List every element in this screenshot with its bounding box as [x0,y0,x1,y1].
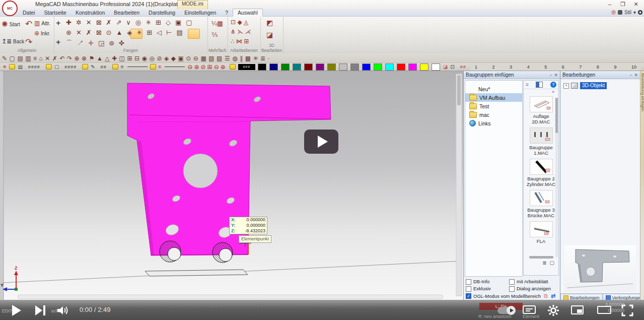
color-swatch[interactable] [327,63,336,71]
autoplay-toggle[interactable] [497,307,515,314]
tree-item-mac[interactable]: mac [465,110,522,119]
snap-icon-row-1[interactable]: ✚✲✕⊠✗⇗∨◎✳⊞◇▣▢ [66,19,197,26]
color-swatch[interactable] [281,63,290,71]
redo-button[interactable]: ↷ [25,37,32,47]
menu-datei[interactable]: Datei [18,9,40,17]
close-icon[interactable]: ✕ [634,73,638,78]
chevron-down-icon[interactable]: ▾ [633,10,636,15]
checkbox-mit-arbeitsblatt[interactable]: mit Arbeitsblatt [509,279,548,285]
color-swatch[interactable] [362,63,371,71]
refresh-icon[interactable] [611,10,616,15]
stil-dropdown[interactable]: Stil [624,10,631,15]
thumb-scrollbar[interactable] [555,98,558,257]
linewidth-sample[interactable] [165,67,185,67]
workplane-row-1[interactable]: ⊡ ◆ ◬ [231,19,248,26]
snap-plus-icon[interactable]: + [56,19,60,28]
list-item[interactable]: Baugruppe 2 Zylinder.MAC [527,159,556,187]
color-swatch[interactable] [374,63,382,71]
layer-lock-icon[interactable] [9,64,15,70]
settings-gear-button[interactable] [548,305,559,318]
star-icon[interactable]: ✳ [3,64,7,70]
color-swatch[interactable] [258,63,266,71]
color-swatch[interactable] [350,63,359,71]
megacad-logo-icon[interactable]: MC [2,1,18,16]
snap-plus-icon-2[interactable]: + [56,38,60,47]
screen-icon[interactable] [618,10,622,15]
color-lock-icon[interactable] [230,64,236,70]
color-swatch[interactable] [432,63,440,71]
color-swatch[interactable] [339,63,347,71]
list-item[interactable]: Baugruppe 3 Brücke.MAC [527,190,556,218]
expander-chevrons[interactable]: » [524,89,558,94]
close-button[interactable]: ✕ [630,1,642,8]
checkbox-exklusiv[interactable]: Exklusiv [466,286,505,292]
color-swatch[interactable] [397,63,405,71]
mehrfach-icon-1[interactable]: ¼▦ [211,20,223,27]
monitor-icon[interactable]: ⊡ [450,64,454,70]
menu-help[interactable]: ? [221,9,233,17]
vertical-scrollbar[interactable] [456,74,462,296]
inkr-button[interactable]: ⊕ Inkr. [34,30,50,37]
color-swatch[interactable] [408,63,417,71]
list-item[interactable]: Auflage 2D.MAC [527,96,556,124]
cylinder-wireframe-2[interactable] [212,242,233,263]
checkbox-dialog-anzeigen[interactable]: Dialog anzeigen [509,286,551,292]
checkbox-ogl-modus[interactable]: ✓OGL-Modus vom Modellbereich [466,293,541,299]
hash-button[interactable]: ## [457,65,469,70]
color-swatch[interactable] [420,63,428,71]
sheet-icon[interactable]: ▢ [54,64,59,70]
pen-field[interactable]: ## [98,65,110,70]
thumb-hscrollbar[interactable] [529,256,553,259]
list-item[interactable]: FLA [527,221,556,244]
list-view-icon[interactable]: ≣ [542,260,546,266]
menu-startseite[interactable]: Startseite [40,9,71,17]
color-swatch[interactable] [269,63,278,71]
snap-icon-row-3[interactable]: ⌒↗✛◲⊚✜ [66,39,129,48]
toolbar-icon-strip[interactable]: ✎▢▤▥≡⌂✕✗↶↷⊕⊗⚑▲△✚◫⊞⊟◉◎⊘◈◆▣⊙⊖▦▧▨☰◍∥▩✳≣· [2,55,272,62]
layer-grid-icon[interactable]: ▤ [18,64,22,70]
linetype-sample[interactable] [127,67,148,67]
linetype-icon[interactable]: ≡ [121,64,124,70]
pen-icon[interactable]: ✎ [91,64,95,70]
swap-arrows-icon[interactable]: ⇄ [551,293,555,299]
start-button[interactable]: ✺ Start [2,20,20,29]
linewidth-icon[interactable]: ≡ [159,64,162,70]
tree-item-neu[interactable]: Neu* [465,85,522,93]
linewidth-lock-icon[interactable] [150,64,156,70]
fullscreen-button[interactable] [621,304,633,318]
checkbox-db-info[interactable]: DB-Info [466,279,505,285]
group-lock-icon[interactable] [46,64,52,70]
undo-button[interactable]: ↶ [25,19,32,29]
pin-icon[interactable]: ▫ [630,73,631,78]
tree-item-test[interactable]: Test [465,102,522,110]
color-swatch[interactable] [385,63,394,71]
menu-konstruktion[interactable]: Konstruktion [71,9,109,17]
layer-field[interactable]: #### [25,65,43,70]
file-tab-modeini[interactable]: MODE.ini [177,0,208,10]
captions-button[interactable] [523,305,536,314]
ground-plate-outline[interactable] [145,270,248,276]
cylinder-wireframe-1[interactable] [160,241,181,262]
maximize-button[interactable]: ❐ [617,1,629,8]
miniplayer-button[interactable] [571,305,584,314]
edit3d-icon-2[interactable]: ◪ [266,31,273,39]
drawing-canvas[interactable]: Z Y X:0.000000 Y:0.000000 Z:-8.432023 El… [0,71,463,301]
snap-icon-row-2[interactable]: ⊛✕✗⊠⊙▲◈✳⊞◁⊢▤ [66,29,187,36]
video-play-overlay-button[interactable] [304,130,338,154]
record-icon[interactable] [638,10,642,15]
linetype-lock-icon[interactable] [112,64,118,70]
workplane-row-3[interactable]: ∴ ⋈ ⊞ [231,38,249,45]
tree-expand-icon[interactable]: + [563,83,569,89]
tree-item-links[interactable]: Links [465,119,522,127]
vertical-scrollbar-thumb[interactable] [457,75,461,105]
edge-dock-tab[interactable]: Bearbeitung einfügen [640,71,644,301]
theater-mode-button[interactable] [597,306,611,314]
detail-view-icon[interactable]: ▢ [550,260,554,266]
menu-darstellung[interactable]: Darstellung [144,9,180,17]
equals-icon[interactable]: = [526,82,529,88]
eraser-icon[interactable]: ◪ [443,64,448,70]
zoom-buttons[interactable]: ⊖⊕⊘⊞⊖⊕ [187,63,227,71]
pin-icon[interactable]: ▫ [550,73,551,78]
mehrfach-icon-2[interactable]: ⅖ [211,31,218,38]
next-button[interactable] [35,305,45,315]
